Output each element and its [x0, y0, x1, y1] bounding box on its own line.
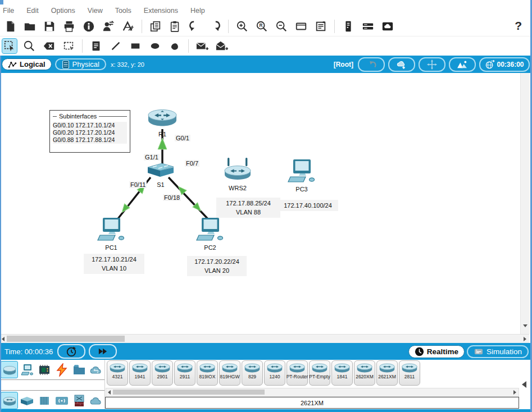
category-miscellaneous[interactable] — [71, 361, 87, 378]
menu-item-extensions[interactable]: Extensions — [144, 7, 178, 15]
device-tile-829[interactable]: 829 — [242, 360, 263, 386]
new-file-icon[interactable] — [3, 19, 17, 34]
menu-item-tools[interactable]: Tools — [115, 7, 131, 15]
device-tile-2811[interactable]: 2811 — [399, 360, 420, 386]
inspect-tool-icon[interactable] — [22, 39, 37, 53]
custom-devices-icon[interactable] — [313, 19, 328, 34]
device-pc3[interactable]: PC3 — [287, 158, 317, 193]
zoom-out-icon[interactable] — [274, 19, 289, 34]
scroll-right-arrow[interactable] — [513, 390, 516, 395]
tab-physical[interactable]: Physical — [55, 58, 106, 70]
background-image-icon — [456, 60, 469, 69]
zoom-in-icon[interactable] — [235, 19, 249, 34]
subcategory-routers[interactable] — [1, 392, 17, 409]
canvas-horizontal-scrollbar[interactable] — [0, 334, 529, 344]
print-icon[interactable] — [62, 19, 76, 34]
device-tile-2911[interactable]: 2911 — [174, 360, 195, 386]
category-network-devices[interactable] — [1, 361, 17, 378]
category-components[interactable] — [36, 361, 52, 378]
save-icon[interactable] — [42, 19, 57, 34]
undo-icon[interactable] — [188, 19, 202, 34]
move-object-button[interactable] — [419, 57, 445, 72]
devices-rack-icon[interactable] — [361, 19, 375, 34]
back-navigation-button[interactable] — [358, 57, 385, 72]
device-tile-label: PT-Empty — [309, 374, 330, 379]
resize-tool-icon[interactable] — [61, 39, 76, 53]
device-tile-1240[interactable]: 1240 — [264, 360, 285, 386]
copy-icon[interactable] — [148, 19, 163, 34]
select-tool-icon[interactable] — [2, 39, 17, 53]
device-s1[interactable]: S1 — [146, 162, 175, 188]
paste-icon[interactable] — [168, 19, 183, 34]
scroll-left-arrow[interactable] — [108, 390, 111, 395]
device-tile-2901[interactable]: 2901 — [152, 360, 173, 386]
category-connections[interactable] — [53, 361, 70, 378]
open-file-icon[interactable] — [22, 19, 37, 34]
device-tile-819HGW[interactable]: 819HGW — [219, 360, 240, 386]
subcategory-hubs[interactable] — [36, 392, 52, 409]
scroll-down-arrow[interactable] — [523, 324, 528, 327]
add-complex-pdu-icon[interactable] — [215, 39, 229, 53]
device-pc1[interactable]: PC1 — [96, 217, 126, 251]
device-tile-2620XM[interactable]: 2620XM — [354, 360, 375, 386]
device-tile-PT-Empty[interactable]: PT-Empty — [309, 360, 330, 386]
logical-workspace-canvas[interactable]: Subinterfaces G0/0.10 172.17.10.1/24 G0/… — [0, 73, 530, 334]
device-tile-PT-Router[interactable]: PT-Router — [287, 360, 308, 386]
device-tile-2621XM[interactable]: 2621XM — [376, 360, 398, 386]
redo-icon[interactable] — [207, 19, 222, 34]
note-tool-icon[interactable] — [89, 39, 103, 53]
info-icon[interactable] — [81, 19, 96, 34]
tab-logical[interactable]: Logical — [2, 58, 52, 70]
menu-item-options[interactable]: Options — [51, 7, 75, 15]
fast-forward-button[interactable] — [89, 344, 117, 359]
collapse-palette-arrow[interactable] — [522, 381, 526, 388]
device-tile-819IOX[interactable]: 819IOX — [197, 360, 218, 386]
help-icon[interactable]: ? — [515, 19, 522, 33]
power-cycle-button[interactable] — [57, 344, 85, 359]
new-cluster-button[interactable] — [388, 57, 415, 72]
device-tile-1941[interactable]: 1941 — [129, 360, 151, 386]
subcategory-security[interactable] — [71, 392, 87, 409]
ellipse-tool-icon[interactable] — [148, 39, 162, 53]
viewport-clock-button[interactable]: 00:36:00 — [479, 57, 530, 72]
device-tile-4321[interactable]: 4321 — [107, 360, 128, 386]
menu-item-view[interactable]: View — [88, 7, 103, 15]
delete-tool-icon[interactable] — [42, 39, 56, 53]
canvas-vertical-scrollbar[interactable] — [520, 73, 530, 334]
device-wrs2[interactable]: WRS2 — [222, 157, 253, 191]
simulation-toggle[interactable]: Simulation — [467, 345, 529, 358]
add-simple-pdu-icon[interactable] — [195, 39, 210, 53]
note-box-subinterfaces[interactable]: Subinterfaces G0/0.10 172.17.10.1/24 G0/… — [49, 110, 130, 153]
cli-tower-icon[interactable] — [341, 19, 356, 34]
device-tile-1841[interactable]: 1841 — [331, 360, 353, 386]
activity-wizard-icon[interactable] — [101, 19, 116, 34]
physical-rack-icon — [62, 60, 70, 69]
ip-line: 172.17.20.22/24 — [190, 257, 243, 266]
realtime-toggle[interactable]: Realtime — [408, 345, 465, 358]
subcategory-wireless-devices[interactable] — [53, 392, 70, 409]
scroll-right-arrow[interactable] — [524, 337, 526, 341]
rectangle-tool-icon[interactable] — [128, 39, 143, 53]
zoom-reset-icon[interactable]: R — [254, 19, 269, 34]
drawing-palette-icon[interactable] — [294, 19, 308, 34]
scroll-thumb[interactable] — [7, 336, 125, 342]
line-tool-icon[interactable] — [108, 39, 123, 53]
palette-filter-input[interactable] — [1, 379, 105, 391]
cloud-services-icon[interactable] — [380, 19, 395, 34]
netacad-icon[interactable] — [121, 19, 135, 34]
device-r1[interactable]: R1 — [147, 108, 178, 138]
menu-item-edit[interactable]: Edit — [26, 7, 39, 15]
category-end-devices[interactable] — [19, 361, 35, 378]
scroll-thumb[interactable] — [113, 390, 265, 395]
menu-item-file[interactable]: File — [3, 7, 14, 15]
palette-scrollbar[interactable] — [106, 388, 519, 397]
port-label-g1-1: G1/1 — [144, 154, 160, 161]
subcategory-switches[interactable] — [19, 392, 35, 409]
freeform-tool-icon[interactable] — [167, 39, 182, 53]
device-pc2[interactable]: PC2 — [195, 217, 225, 251]
set-background-button[interactable] — [449, 57, 476, 72]
subcategory-wan-emulation[interactable] — [88, 392, 104, 409]
menu-item-help[interactable]: Help — [190, 7, 205, 15]
scroll-left-arrow[interactable] — [2, 337, 4, 341]
category-multiuser[interactable] — [88, 361, 104, 378]
